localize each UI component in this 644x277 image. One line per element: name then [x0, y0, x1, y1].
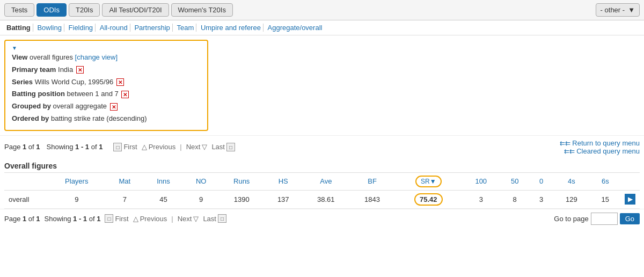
cleared-icon: ⇇⇇	[564, 148, 575, 155]
subnav-fielding[interactable]: Fielding	[67, 24, 96, 32]
cleared-query-link[interactable]: ⇇⇇ Cleared query menu	[560, 147, 640, 155]
row-no: 9	[184, 190, 219, 208]
col-0[interactable]: 0	[530, 172, 553, 190]
subnav-umpire[interactable]: Umpire and referee	[199, 24, 264, 32]
filter-primary-team: Primary team India ✕	[12, 64, 201, 76]
first-btn-bottom[interactable]: □ First	[105, 214, 128, 223]
showing-bottom: Showing 1 - 1 of 1	[45, 215, 101, 223]
subnav-partnership[interactable]: Partnership	[132, 24, 172, 32]
tab-all[interactable]: All Test/ODI/T20I	[102, 3, 169, 17]
primary-team-label: Primary team	[12, 65, 56, 74]
first-bottom-icon: □	[105, 214, 113, 223]
filter-ordered: Ordered by batting strike rate (descendi…	[12, 113, 201, 125]
subnav-batting[interactable]: Batting	[4, 24, 33, 32]
remove-grouped[interactable]: ✕	[110, 103, 118, 111]
row-4s: 129	[553, 190, 590, 208]
results-table: Players Mat Inns NO Runs HS Ave BF SR▼ 1…	[4, 172, 640, 209]
previous-bottom-icon: △	[133, 215, 138, 223]
top-tabs-bar: Tests ODIs T20Is All Test/ODI/T20I Women…	[0, 0, 644, 20]
col-mat[interactable]: Mat	[106, 172, 144, 190]
col-no[interactable]: NO	[184, 172, 219, 190]
filter-view-label: View	[12, 53, 27, 61]
row-players: 9	[47, 190, 106, 208]
col-6s[interactable]: 6s	[590, 172, 620, 190]
series-label: Series	[12, 78, 33, 86]
row-hs: 137	[265, 190, 302, 208]
last-btn-top[interactable]: Last □	[211, 143, 235, 151]
previous-btn-top[interactable]: △ Previous	[142, 143, 176, 151]
return-icon: ⇇⇇	[560, 140, 570, 147]
previous-btn-bottom[interactable]: △ Previous	[133, 215, 167, 223]
row-bf: 1843	[350, 190, 394, 208]
col-runs[interactable]: Runs	[218, 172, 265, 190]
row-sr: 75.42	[394, 190, 462, 208]
go-button[interactable]: Go	[620, 213, 640, 224]
col-hs[interactable]: HS	[265, 172, 302, 190]
col-50[interactable]: 50	[500, 172, 530, 190]
next-icon: ▽	[202, 143, 207, 151]
table-row: overall 9 7 45 9 1390 137 38.61 1843 75.…	[4, 190, 640, 208]
row-inns: 45	[143, 190, 184, 208]
other-label: - other -	[601, 6, 625, 14]
page-info-bottom: Page 1 of 1	[4, 215, 40, 223]
section-title: Overall figures	[4, 158, 640, 172]
row-mat: 7	[106, 190, 144, 208]
sr-value: 75.42	[414, 193, 443, 206]
next-btn-top[interactable]: Next ▽	[186, 143, 208, 151]
row-100: 3	[462, 190, 500, 208]
filter-box: ▼ View overall figures [change view] Pri…	[4, 40, 208, 131]
col-action	[620, 172, 640, 190]
col-sr[interactable]: SR▼	[394, 172, 462, 190]
filter-grouped: Grouped by overall aggregate ✕	[12, 101, 201, 112]
filter-view: View overall figures [change view]	[12, 52, 201, 63]
col-ave[interactable]: Ave	[302, 172, 350, 190]
filter-series: Series Wills World Cup, 1995/96 ✕	[12, 77, 201, 88]
first-btn-top[interactable]: □ First	[113, 143, 137, 151]
primary-team-value: India	[58, 65, 73, 74]
col-inns[interactable]: Inns	[143, 172, 184, 190]
subnav-aggregate[interactable]: Aggregate/overall	[266, 24, 325, 32]
top-pagination: Page 1 of 1 Showing 1 - 1 of 1 □ First △…	[0, 135, 644, 158]
goto-input[interactable]	[591, 213, 618, 225]
other-dropdown[interactable]: - other - ▼	[596, 3, 640, 17]
filter-view-value: overall figures	[30, 53, 73, 61]
subnav-bowling[interactable]: Bowling	[35, 24, 64, 32]
subnav-allround[interactable]: All-round	[98, 24, 130, 32]
row-next-action[interactable]: ▶	[620, 190, 640, 208]
sub-nav: Batting Bowling Fielding All-round Partn…	[0, 20, 644, 35]
row-runs: 1390	[218, 190, 265, 208]
row-0: 3	[530, 190, 553, 208]
col-bf[interactable]: BF	[350, 172, 394, 190]
right-links: ⇇⇇ Return to query menu ⇇⇇ Cleared query…	[560, 139, 640, 155]
change-view-link[interactable]: [change view]	[75, 53, 118, 61]
row-50: 8	[500, 190, 530, 208]
remove-batting-position[interactable]: ✕	[121, 91, 129, 98]
goto-section: Go to page Go	[554, 213, 640, 225]
table-section: Overall figures Players Mat Inns NO Runs…	[0, 158, 644, 209]
bottom-pagination: Page 1 of 1 Showing 1 - 1 of 1 □ First △…	[0, 209, 644, 228]
col-100[interactable]: 100	[462, 172, 500, 190]
last-icon: □	[226, 143, 235, 151]
next-bottom-icon: ▽	[193, 215, 199, 223]
return-query-link[interactable]: ⇇⇇ Return to query menu	[560, 139, 640, 147]
col-players[interactable]: Players	[47, 172, 106, 190]
subnav-team[interactable]: Team	[174, 24, 196, 32]
tab-t20is[interactable]: T20Is	[69, 3, 100, 17]
remove-series[interactable]: ✕	[116, 78, 124, 86]
next-btn-bottom[interactable]: Next ▽	[178, 215, 199, 223]
table-header-row: Players Mat Inns NO Runs HS Ave BF SR▼ 1…	[4, 172, 640, 190]
row-arrow-icon[interactable]: ▶	[625, 194, 635, 205]
last-btn-bottom[interactable]: Last □	[203, 214, 226, 223]
row-ave: 38.61	[302, 190, 350, 208]
tab-odis[interactable]: ODIs	[36, 3, 67, 17]
first-icon: □	[113, 143, 122, 151]
page-info-top: Page 1 of 1	[4, 143, 40, 151]
tab-womens[interactable]: Women's T20Is	[171, 3, 233, 17]
col-4s[interactable]: 4s	[553, 172, 590, 190]
tab-tests[interactable]: Tests	[4, 3, 34, 17]
sr-header-label: SR▼	[415, 176, 442, 187]
chevron-down-icon: ▼	[628, 6, 635, 14]
arrow-down-icon: ▼	[12, 45, 201, 51]
ordered-label: Ordered by	[12, 114, 49, 122]
remove-primary-team[interactable]: ✕	[76, 66, 84, 74]
